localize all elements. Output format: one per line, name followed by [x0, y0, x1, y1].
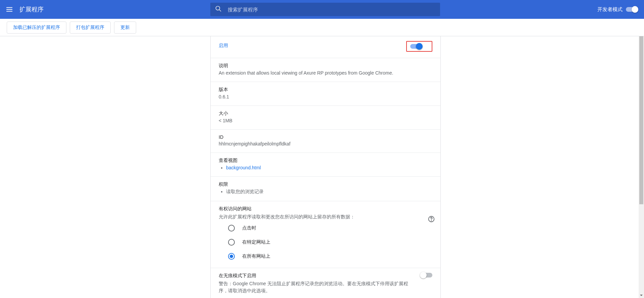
help-icon[interactable]: [428, 215, 435, 223]
app-header: 扩展程序 开发者模式: [0, 0, 644, 19]
radio-icon: [228, 253, 235, 260]
radio-icon: [228, 239, 235, 246]
menu-icon[interactable]: [5, 5, 13, 13]
search-container[interactable]: [210, 3, 440, 16]
radio-label: 在特定网站上: [242, 239, 270, 245]
scroll-down-icon[interactable]: [639, 293, 644, 298]
radio-on-specific[interactable]: 在特定网站上: [228, 239, 432, 246]
vertical-scrollbar[interactable]: [639, 36, 644, 298]
site-access-section: 有权访问的网站 允许此扩展程序读取和更改您在所访问的网站上留存的所有数据： 点击…: [211, 201, 440, 268]
developer-mode-toggle[interactable]: [626, 7, 637, 12]
svg-line-1: [219, 10, 221, 11]
id-value: hhlmcnjempighhakafpeilolmpfldkaf: [219, 141, 432, 146]
page-title: 扩展程序: [19, 5, 44, 13]
search-input[interactable]: [228, 7, 435, 12]
description-section: 说明 An extension that allows local viewin…: [211, 58, 440, 82]
permissions-section: 权限 读取您的浏览记录: [211, 177, 440, 201]
incognito-section: 在无痕模式下启用 警告：Google Chrome 无法阻止扩展程序记录您的浏览…: [211, 268, 440, 298]
version-section: 版本 0.6.1: [211, 82, 440, 106]
enable-toggle-highlight: [406, 41, 432, 52]
size-label: 大小: [219, 111, 432, 117]
extension-detail-card: 启用 说明 An extension that allows local vie…: [210, 36, 441, 298]
enable-section: 启用: [211, 36, 440, 58]
id-section: ID hhlmcnjempighhakafpeilolmpfldkaf: [211, 130, 440, 153]
radio-label: 在所有网站上: [242, 253, 270, 259]
developer-mode-label: 开发者模式: [597, 6, 623, 13]
list-item: 读取您的浏览记录: [226, 189, 432, 195]
site-access-desc: 允许此扩展程序读取和更改您在所访问的网站上留存的所有数据：: [219, 214, 432, 220]
radio-label: 点击时: [242, 225, 256, 231]
permissions-label: 权限: [219, 181, 432, 187]
site-access-label: 有权访问的网站: [219, 206, 432, 212]
radio-on-click[interactable]: 点击时: [228, 225, 432, 231]
incognito-toggle[interactable]: [421, 273, 432, 278]
enable-toggle[interactable]: [410, 44, 422, 49]
load-unpacked-button[interactable]: 加载已解压的扩展程序: [7, 22, 66, 34]
views-label: 查看视图: [219, 158, 432, 164]
id-label: ID: [219, 134, 432, 140]
version-value: 0.6.1: [219, 94, 432, 99]
size-section: 大小 < 1MB: [211, 106, 440, 130]
radio-on-all[interactable]: 在所有网站上: [228, 253, 432, 260]
radio-icon: [228, 225, 235, 231]
version-label: 版本: [219, 87, 432, 93]
developer-mode: 开发者模式: [597, 6, 637, 13]
pack-extension-button[interactable]: 打包扩展程序: [70, 22, 111, 34]
enable-label: 启用: [219, 43, 228, 49]
size-value: < 1MB: [219, 118, 432, 123]
action-bar: 加载已解压的扩展程序 打包扩展程序 更新: [0, 19, 644, 36]
scroll-thumb[interactable]: [639, 36, 643, 204]
site-access-radio-group: 点击时 在特定网站上 在所有网站上: [228, 225, 432, 260]
search-icon: [215, 5, 222, 13]
content-area: 启用 说明 An extension that allows local vie…: [0, 36, 639, 298]
description-value: An extension that allows local viewing o…: [219, 70, 432, 76]
svg-point-3: [431, 220, 432, 221]
description-label: 说明: [219, 63, 432, 69]
incognito-warning: 警告：Google Chrome 无法阻止扩展程序记录您的浏览活动。要在无痕模式…: [219, 280, 413, 294]
views-section: 查看视图 background.html: [211, 153, 440, 177]
incognito-label: 在无痕模式下启用: [219, 273, 413, 279]
background-page-link[interactable]: background.html: [226, 165, 261, 170]
update-button[interactable]: 更新: [114, 22, 136, 34]
list-item: background.html: [226, 165, 432, 170]
